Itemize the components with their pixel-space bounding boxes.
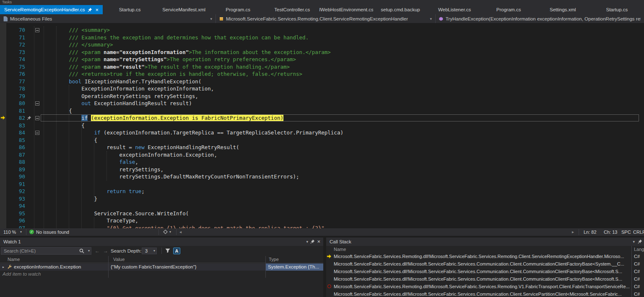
tab-item[interactable]: Settings.xml [536,5,590,14]
callstack-frame[interactable]: Microsoft.ServiceFabric.Services.dll!Mic… [326,275,644,283]
tab-item[interactable]: TestController.cs [265,5,319,14]
code-line[interactable]: 88 false, [0,158,644,166]
expand-icon[interactable]: ▸ [3,263,4,271]
tab-item[interactable]: Startup.cs [103,5,157,14]
fold-toggle-icon[interactable] [35,116,39,120]
scroll-right-icon[interactable]: ▸ [572,228,574,236]
code-line[interactable]: 83 { [0,122,644,129]
code-line[interactable]: 94 [0,202,644,210]
code-line[interactable]: 95 ServiceTrace.Source.WriteInfo( [0,210,644,217]
callstack-frame[interactable]: Microsoft.ServiceFabric.Services.dll!Mic… [326,268,644,275]
tab-item[interactable]: Startup.cs [590,5,644,14]
column-divider[interactable] [108,256,109,278]
code-line[interactable]: 97 "{0} Got exception {1} which does not… [0,225,644,229]
code-text: { [44,137,644,144]
code-line[interactable]: 86 result = new ExceptionHandlingRetryRe… [0,144,644,151]
code-line[interactable]: 82 if (exceptionInformation.Exception is… [0,114,644,122]
tab-item[interactable]: Program.cs [482,5,536,14]
column-header-name[interactable]: Name [8,256,20,263]
code-line[interactable]: 81 { [0,107,644,115]
code-line[interactable]: 84 if (exceptionInformation.TargetReplic… [0,129,644,137]
search-depth-select[interactable]: 3 ▾ [142,248,157,254]
search-box[interactable]: ▾ [1,247,91,255]
scroll-left-icon[interactable]: ◂ [179,228,182,236]
tab-close-icon[interactable]: × [95,7,99,13]
search-back-icon[interactable]: ← [95,246,100,256]
callstack-frame[interactable]: Microsoft.ServiceFabric.Services.dll!Mic… [326,260,644,268]
pin-icon[interactable] [310,239,315,244]
code-line[interactable]: 85 { [0,137,644,144]
code-token: TraceType, [44,217,138,224]
watch-row[interactable]: ▸ exceptionInformation.Exception {"My cu… [0,263,323,271]
tab-active[interactable]: ServiceRemotingExceptionHandler.cs× [0,5,103,14]
search-input[interactable] [1,248,91,254]
search-icon[interactable] [79,248,84,253]
callstack-column-headers: Name Lang [326,246,644,253]
code-token: OperationRetrySettings retrySettings, [44,93,198,99]
code-line[interactable]: 91 [0,181,644,188]
window-position-icon[interactable]: ▾ [306,238,308,246]
code-line[interactable]: 77 bool IExceptionHandler.TryHandleExcep… [0,78,644,85]
zoom-level[interactable]: 110 % [3,228,16,236]
pin-icon[interactable] [638,239,642,244]
search-options-caret-icon[interactable]: ▾ [88,248,90,254]
code-line[interactable]: 73 /// <param name="exceptionInformation… [0,49,644,56]
member-dropdown[interactable]: TryHandleException(ExceptionInformation … [436,14,644,23]
tab-item[interactable]: IWebHostEnvironment.cs [319,5,373,14]
close-icon[interactable]: × [317,238,320,245]
chevron-down-icon[interactable]: ▾ [430,17,432,21]
code-line[interactable]: 76 /// <returns>true if the exception is… [0,70,644,78]
tab-item[interactable]: ServiceManifest.xml [157,5,211,14]
code-line[interactable]: 72 /// </summary> [0,41,644,49]
code-line[interactable]: 75 /// <param name="result">The result o… [0,63,644,71]
code-line[interactable]: 71 /// Examines the exception and determ… [0,34,644,41]
line-number: 86 [0,144,25,151]
column-header-value[interactable]: Value [113,256,125,263]
watch-type: System.Exception {Th... [268,264,319,269]
code-line[interactable]: 87 exceptionInformation.Exception, [0,151,644,159]
code-line[interactable]: 92 return true; [0,188,644,195]
tab-item[interactable]: setup.cmd.backup [373,5,427,14]
chevron-down-icon[interactable]: ▾ [169,228,171,236]
line-number: 77 [0,78,25,85]
code-editor[interactable]: 70 /// <summary>71 /// Examines the exce… [0,23,644,228]
code-line[interactable]: 90 retrySettings.DefaultMaxRetryCountFor… [0,173,644,181]
zoom-caret-icon[interactable]: ▾ [20,228,22,236]
chevron-down-icon[interactable]: ▾ [210,17,212,21]
callstack-header[interactable]: Call Stack ▾ [326,238,644,246]
code-line[interactable]: 93 } [0,195,644,203]
code-line[interactable]: 79 OperationRetrySettings retrySettings, [0,93,644,100]
code-line[interactable]: 78 ExceptionInformation exceptionInforma… [0,85,644,93]
code-area[interactable]: 70 /// <summary>71 /// Examines the exce… [0,23,644,228]
watch-header[interactable]: Watch 1 ▾ × [0,238,323,246]
fold-toggle-icon[interactable] [35,131,39,135]
callstack-frame[interactable]: Microsoft.ServiceFabric.Services.Remotin… [326,253,644,260]
column-header-lang[interactable]: Lang [634,246,644,253]
code-line[interactable]: 80 out ExceptionHandlingResult result) [0,100,644,107]
code-line[interactable]: 74 /// <param name="retrySettings">The o… [0,56,644,63]
callstack-frame[interactable]: Microsoft.ServiceFabric.Services.Remotin… [326,283,644,290]
fold-toggle-icon[interactable] [35,101,39,106]
code-line[interactable]: 70 /// <summary> [0,26,644,34]
column-header-name[interactable]: Name [334,246,346,253]
document-options-icon[interactable] [163,230,168,234]
tab-item[interactable]: Program.cs [211,5,265,14]
callstack-frame[interactable]: Microsoft.ServiceFabric.Services.dll!Mic… [326,290,644,297]
type-dropdown[interactable]: Microsoft.ServiceFabric.Services.Remotin… [216,14,436,23]
fold-toggle-icon[interactable] [35,28,39,32]
filter-icon[interactable] [165,248,170,253]
code-line[interactable]: 96 TraceType, [0,217,644,225]
match-case-toggle[interactable]: A [173,248,180,254]
window-position-icon[interactable]: ▾ [633,238,635,246]
health-status[interactable]: No issues found [36,228,69,236]
search-forward-icon[interactable]: → [103,246,108,256]
watch-type-cell[interactable]: System.Exception {Th... [265,263,323,271]
column-header-type[interactable]: Type [269,256,279,263]
column-divider[interactable] [265,256,266,278]
tab-label: Program.cs [226,7,250,12]
add-watch-row[interactable]: Add item to watch [0,271,323,278]
code-line[interactable]: 89 retrySettings, [0,166,644,173]
code-text: if (exceptionInformation.TargetReplica =… [44,129,644,137]
project-dropdown[interactable]: Miscellaneous Files ▾ [0,14,216,23]
tab-item[interactable]: WebListener.cs [428,5,482,14]
